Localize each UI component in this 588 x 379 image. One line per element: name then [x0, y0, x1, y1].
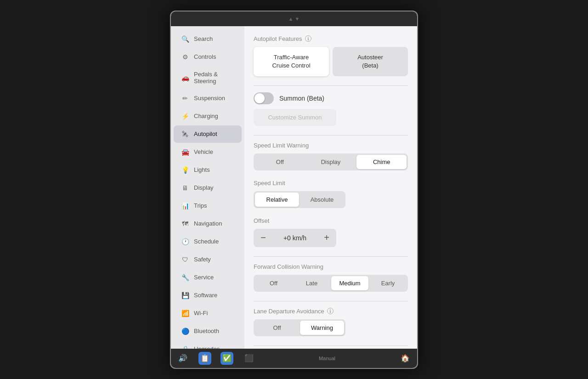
navigation-icon: 🗺: [181, 220, 189, 228]
software-label: Software: [194, 292, 217, 299]
search-icon: 🔍: [181, 35, 189, 43]
safety-label: Safety: [194, 256, 211, 263]
forward-collision-off[interactable]: Off: [255, 276, 292, 290]
suspension-label: Suspension: [194, 95, 225, 102]
sidebar-item-software[interactable]: 💾 Software: [174, 287, 242, 304]
controls-icon: ⚙: [181, 53, 189, 61]
customize-summon-group: Customize Summon: [254, 109, 336, 126]
speed-limit-title: Speed Limit: [254, 180, 408, 187]
sidebar-item-display[interactable]: 🖥 Display: [174, 179, 242, 197]
sidebar-item-controls[interactable]: ⚙ Controls: [174, 48, 242, 66]
trips-icon: 📊: [181, 202, 189, 210]
lights-label: Lights: [194, 166, 210, 173]
traffic-aware-cruise-btn[interactable]: Traffic-AwareCruise Control: [254, 47, 329, 76]
sidebar-item-suspension[interactable]: ✏ Suspension: [174, 90, 242, 107]
taskbar-grid-icon[interactable]: ⬛: [243, 352, 255, 365]
taskbar-center: Manual: [265, 356, 390, 361]
taskbar-clipboard-icon[interactable]: 📋: [198, 352, 211, 365]
offset-section: Offset − +0 km/h +: [254, 217, 408, 247]
autopilot-feature-buttons: Traffic-AwareCruise Control Autosteer(Be…: [254, 47, 408, 76]
summon-label: Summon (Beta): [279, 95, 324, 102]
customize-summon-btn: Customize Summon: [255, 110, 335, 124]
suspension-icon: ✏: [181, 94, 189, 102]
speed-limit-section: Speed Limit Relative Absolute: [254, 180, 408, 208]
taskbar-check-icon[interactable]: ✅: [220, 352, 233, 365]
tesla-screen: ▲ ▼ 🔍 Search ⚙ Controls 🚗 Pedals & Steer…: [170, 11, 418, 369]
sidebar-item-schedule[interactable]: 🕐 Schedule: [174, 233, 242, 250]
offset-title: Offset: [254, 217, 408, 224]
speed-limit-warning-group[interactable]: Off Display Chime: [254, 153, 408, 170]
customize-summon-row: Customize Summon: [254, 109, 408, 126]
lane-departure-warning[interactable]: Warning: [300, 321, 344, 335]
vehicle-icon: 🚘: [181, 148, 189, 156]
charging-icon: ⚡: [181, 112, 189, 120]
sidebar-item-bluetooth[interactable]: 🔵 Bluetooth: [174, 322, 242, 340]
sidebar-item-safety[interactable]: 🛡 Safety: [174, 251, 242, 268]
sidebar-item-service[interactable]: 🔧 Service: [174, 269, 242, 286]
sidebar-item-navigation[interactable]: 🗺 Navigation: [174, 215, 242, 232]
speed-limit-warning-off[interactable]: Off: [255, 155, 305, 169]
wifi-label: Wi-Fi: [194, 310, 208, 317]
lane-departure-section: Lane Departure Avoidance ℹ Off Warning: [254, 308, 408, 336]
autosteer-btn[interactable]: Autosteer(Beta): [333, 47, 408, 76]
bluetooth-icon: 🔵: [181, 327, 189, 335]
search-label: Search: [194, 35, 213, 42]
divider-1: [254, 85, 408, 86]
forward-collision-section: Forward Collision Warning Off Late Mediu…: [254, 263, 408, 292]
speed-limit-relative[interactable]: Relative: [255, 192, 299, 207]
offset-minus-btn[interactable]: −: [254, 229, 273, 247]
main-panel: Autopilot Features ℹ Traffic-AwareCruise…: [244, 26, 417, 349]
safety-icon: 🛡: [181, 255, 189, 264]
charging-label: Charging: [194, 113, 218, 119]
pedals-label: Pedals & Steering: [194, 71, 234, 85]
sidebar-item-lights[interactable]: 💡 Lights: [174, 161, 242, 179]
summon-section: Summon (Beta) Customize Summon: [254, 92, 408, 126]
service-icon: 🔧: [181, 273, 189, 282]
vehicle-label: Vehicle: [194, 148, 213, 155]
manual-label: Manual: [319, 356, 335, 361]
sidebar: 🔍 Search ⚙ Controls 🚗 Pedals & Steering …: [171, 26, 244, 349]
autopilot-features-title: Autopilot Features ℹ: [254, 35, 408, 42]
autopilot-label: Autopilot: [194, 130, 217, 137]
sidebar-item-vehicle[interactable]: 🚘 Vehicle: [174, 143, 242, 161]
trips-label: Trips: [194, 202, 207, 209]
display-label: Display: [194, 184, 214, 191]
upgrades-icon: 🔒: [181, 345, 189, 349]
lane-departure-group[interactable]: Off Warning: [254, 319, 345, 336]
sidebar-item-upgrades[interactable]: 🔒 Upgrades: [174, 340, 242, 349]
offset-value: +0 km/h: [273, 234, 317, 242]
offset-plus-btn[interactable]: +: [317, 229, 336, 247]
sidebar-item-autopilot[interactable]: 🛰 Autopilot: [174, 125, 242, 143]
forward-collision-late[interactable]: Late: [293, 276, 330, 290]
schedule-icon: 🕐: [181, 238, 189, 246]
speed-limit-warning-chime[interactable]: Chime: [356, 155, 407, 169]
autopilot-icon: 🛰: [181, 130, 189, 138]
forward-collision-group[interactable]: Off Late Medium Early: [254, 275, 408, 292]
taskbar-volume-icon[interactable]: 🔊: [176, 352, 189, 365]
speed-limit-group[interactable]: Relative Absolute: [254, 191, 345, 208]
main-content: 🔍 Search ⚙ Controls 🚗 Pedals & Steering …: [171, 26, 417, 349]
sidebar-item-trips[interactable]: 📊 Trips: [174, 197, 242, 215]
lane-departure-off[interactable]: Off: [255, 321, 299, 335]
speed-limit-warning-section: Speed Limit Warning Off Display Chime: [254, 142, 408, 170]
display-icon: 🖥: [181, 184, 189, 192]
divider-4: [254, 301, 408, 301]
forward-collision-medium[interactable]: Medium: [331, 276, 368, 290]
navigation-label: Navigation: [194, 220, 222, 227]
schedule-label: Schedule: [194, 238, 219, 245]
sidebar-item-pedals[interactable]: 🚗 Pedals & Steering: [174, 66, 242, 89]
lane-departure-info-icon[interactable]: ℹ: [327, 308, 334, 314]
speed-limit-warning-display[interactable]: Display: [306, 155, 356, 169]
offset-control: − +0 km/h +: [254, 229, 336, 247]
sidebar-item-charging[interactable]: ⚡ Charging: [174, 107, 242, 125]
forward-collision-title: Forward Collision Warning: [254, 263, 408, 270]
sidebar-item-wifi[interactable]: 📶 Wi-Fi: [174, 305, 242, 322]
forward-collision-early[interactable]: Early: [369, 276, 407, 290]
speed-limit-absolute[interactable]: Absolute: [300, 192, 344, 207]
taskbar-home-icon[interactable]: 🏠: [399, 352, 412, 365]
sidebar-item-search[interactable]: 🔍 Search: [174, 30, 242, 48]
summon-toggle[interactable]: [254, 92, 274, 104]
lane-departure-title: Lane Departure Avoidance ℹ: [254, 308, 408, 315]
autopilot-features-info-icon[interactable]: ℹ: [305, 35, 311, 42]
autopilot-features-section: Autopilot Features ℹ Traffic-AwareCruise…: [254, 35, 408, 76]
